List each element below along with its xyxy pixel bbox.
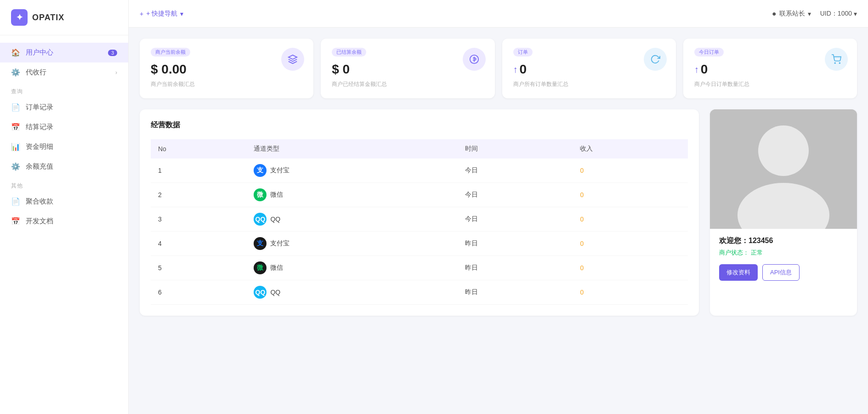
stat-desc-1: 商户当前余额汇总 — [151, 80, 302, 88]
cell-channel: QQ QQ — [246, 280, 457, 305]
sidebar-item-dev-docs[interactable]: 📅 开发文档 — [0, 211, 128, 231]
sidebar-item-order-records[interactable]: 📄 订单记录 — [0, 97, 128, 117]
stat-badge-1: 商户当前余额 — [151, 48, 190, 57]
stat-card-today-orders: 今日订单 ↑ 0 商户今日订单数量汇总 — [683, 39, 857, 98]
status-label: 商户状态： — [719, 249, 749, 256]
col-header-no: No — [151, 139, 246, 159]
cart-icon — [825, 48, 848, 71]
badge: 3 — [108, 50, 117, 56]
stat-card-balance: 商户当前余额 $ 0.00 商户当前余额汇总 — [140, 39, 313, 98]
table-row: 3 QQ QQ 今日 0 — [151, 207, 688, 232]
logo-text: OPATIX — [32, 13, 64, 23]
cell-channel: QQ QQ — [246, 207, 457, 232]
svg-marker-0 — [289, 55, 297, 59]
layers-icon — [281, 48, 304, 71]
cell-time: 昨日 — [458, 280, 573, 305]
uid-display[interactable]: UID：1000 ▾ — [820, 10, 857, 18]
refresh-icon — [644, 48, 667, 71]
user-circle-icon: ● — [772, 10, 777, 18]
content-area: 商户当前余额 $ 0.00 商户当前余额汇总 已结算余额 $ 0 商户已经结算金… — [129, 28, 868, 414]
table-row: 4 支 支付宝 昨日 0 — [151, 232, 688, 256]
stat-desc-4: 商户今日订单数量汇总 — [694, 80, 846, 88]
data-table: No 通道类型 时间 收入 1 支 支付宝 今日 0 2 微 — [151, 139, 688, 305]
sidebar-nav: 🏠 用户中心 3 ⚙️ 代收行 › 查询 📄 订单记录 📅 结算记录 📊 资金明… — [0, 35, 128, 238]
stat-badge-4: 今日订单 — [694, 48, 724, 57]
sidebar-item-settlement-records[interactable]: 📅 结算记录 — [0, 117, 128, 137]
contact-button[interactable]: ● 联系站长 ▾ — [772, 10, 811, 18]
cell-income: 0 — [573, 207, 688, 232]
sidebar-item-label: 开发文档 — [26, 217, 53, 226]
table-row: 1 支 支付宝 今日 0 — [151, 159, 688, 183]
sidebar-item-label: 用户中心 — [26, 48, 53, 57]
cell-no: 5 — [151, 256, 246, 280]
chevron-down-icon: ▾ — [180, 10, 183, 17]
cell-time: 昨日 — [458, 256, 573, 280]
table-title: 经营数据 — [151, 120, 688, 130]
stat-card-settled: 已结算余额 $ 0 商户已经结算金额汇总 — [321, 39, 494, 98]
profile-card: 欢迎您：123456 商户状态： 正常 修改资料 API信息 — [710, 109, 857, 316]
sidebar-item-label: 订单记录 — [26, 103, 53, 112]
cell-no: 2 — [151, 183, 246, 207]
book-icon: 📅 — [11, 217, 20, 226]
quick-nav[interactable]: + + 快捷导航 ▾ — [140, 10, 183, 18]
sidebar-item-label: 结算记录 — [26, 123, 53, 131]
chart-icon: 📊 — [11, 142, 20, 151]
profile-welcome: 欢迎您：123456 — [719, 236, 848, 246]
chevron-right-icon: › — [115, 69, 117, 76]
stat-desc-3: 商户所有订单数量汇总 — [513, 80, 665, 88]
cell-no: 4 — [151, 232, 246, 256]
logo: ✦ OPATIX — [0, 0, 128, 35]
sidebar-item-label: 代收行 — [26, 68, 46, 77]
cell-channel: 支 支付宝 — [246, 159, 457, 183]
table-row: 2 微 微信 今日 0 — [151, 183, 688, 207]
cell-time: 今日 — [458, 207, 573, 232]
stat-value-3: ↑ 0 — [513, 62, 665, 77]
header: + + 快捷导航 ▾ ● 联系站长 ▾ UID：1000 ▾ — [129, 0, 868, 28]
logo-icon: ✦ — [11, 9, 28, 26]
profile-avatar — [710, 109, 857, 229]
table-card: 经营数据 No 通道类型 时间 收入 1 支 支付宝 — [140, 109, 699, 316]
uid-label: UID：1000 — [820, 10, 852, 18]
sidebar-item-fund-details[interactable]: 📊 资金明细 — [0, 137, 128, 157]
coin-icon — [463, 48, 486, 71]
table-row: 6 QQ QQ 昨日 0 — [151, 280, 688, 305]
sidebar-item-label: 资金明细 — [26, 142, 53, 151]
edit-profile-button[interactable]: 修改资料 — [719, 264, 758, 281]
stats-row: 商户当前余额 $ 0.00 商户当前余额汇总 已结算余额 $ 0 商户已经结算金… — [140, 39, 857, 98]
stat-desc-2: 商户已经结算金额汇总 — [332, 80, 483, 88]
api-info-button[interactable]: API信息 — [762, 264, 800, 281]
sidebar: ✦ OPATIX 🏠 用户中心 3 ⚙️ 代收行 › 查询 📄 订单记录 📅 结… — [0, 0, 129, 414]
plus-icon: + — [140, 10, 143, 17]
cell-income: 0 — [573, 256, 688, 280]
col-header-channel: 通道类型 — [246, 139, 457, 159]
svg-point-2 — [834, 62, 835, 63]
sidebar-item-aggregate-collection[interactable]: 📄 聚合收款 — [0, 192, 128, 211]
cell-time: 昨日 — [458, 232, 573, 256]
cell-income: 0 — [573, 232, 688, 256]
contact-label: 联系站长 — [779, 10, 805, 18]
quick-nav-label: + 快捷导航 — [146, 10, 177, 18]
profile-actions: 修改资料 API信息 — [719, 264, 848, 281]
chevron-down-icon-contact: ▾ — [808, 10, 811, 17]
stat-value-4: ↑ 0 — [694, 62, 846, 77]
cell-no: 3 — [151, 207, 246, 232]
col-header-time: 时间 — [458, 139, 573, 159]
sidebar-item-user-center[interactable]: 🏠 用户中心 3 — [0, 43, 128, 62]
stat-card-orders: 订单 ↑ 0 商户所有订单数量汇总 — [502, 39, 676, 98]
cell-income: 0 — [573, 183, 688, 207]
doc-icon: 📄 — [11, 103, 20, 112]
table-row: 5 微 微信 昨日 0 — [151, 256, 688, 280]
cell-channel: 微 微信 — [246, 256, 457, 280]
section-title-other: 其他 — [0, 176, 128, 192]
circle-icon: ⚙️ — [11, 162, 20, 171]
sidebar-item-balance-recharge[interactable]: ⚙️ 余额充值 — [0, 157, 128, 176]
stat-badge-2: 已结算余额 — [332, 48, 366, 57]
sidebar-item-label: 余额充值 — [26, 162, 53, 171]
sidebar-item-payment[interactable]: ⚙️ 代收行 › — [0, 62, 128, 82]
cell-channel: 支 支付宝 — [246, 232, 457, 256]
main-area: + + 快捷导航 ▾ ● 联系站长 ▾ UID：1000 ▾ 商户当前余额 $ … — [129, 0, 868, 414]
calendar-icon: 📅 — [11, 123, 20, 131]
chevron-down-icon-uid: ▾ — [854, 10, 857, 17]
cell-income: 0 — [573, 280, 688, 305]
stat-badge-3: 订单 — [513, 48, 533, 57]
